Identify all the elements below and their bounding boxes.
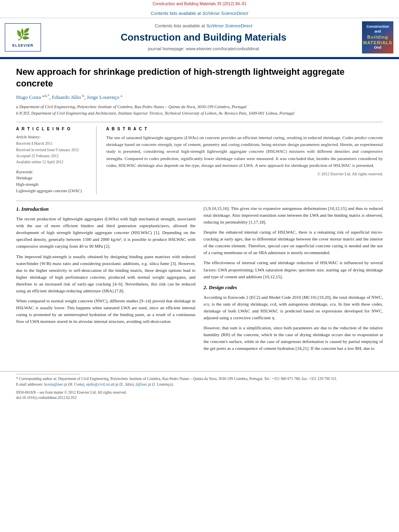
footnote-star: * Corresponding author at: Department of… xyxy=(16,376,383,382)
keywords-label: Keywords: xyxy=(16,169,90,175)
email2-name: (E. Júlio), xyxy=(119,382,135,386)
affiliation-a: a Department of Civil Engineering, Polyt… xyxy=(16,104,383,110)
section2-title: 2. Design codes xyxy=(204,283,383,292)
elsevier-tree-icon: 🌿 xyxy=(16,27,30,42)
article-info-title: A R T I C L E I N F O xyxy=(16,126,90,132)
email1[interactable]: hcosta@isec.pt xyxy=(44,382,68,386)
date-online: Available online 12 April 2012 xyxy=(16,159,90,165)
keywords-list: Shrinkage High-strength Lightweight aggr… xyxy=(16,175,90,194)
abstract-text: The use of saturated lightweight aggrega… xyxy=(106,134,383,168)
thumb-bot: Ond xyxy=(374,45,381,50)
sciverse-banner: Contents lists available at SciVerse Sci… xyxy=(0,8,399,18)
citation-top-bar: Construction and Building Materials 35 (… xyxy=(0,0,399,8)
elsevier-name: ELSEVIER xyxy=(12,43,34,48)
header-content: 🌿 ELSEVIER Contents lists available at S… xyxy=(0,18,399,57)
affiliation-b: b ICIST, Department of Civil Engineering… xyxy=(16,110,383,117)
body-col2-p5: However, that sum is a simplification, s… xyxy=(204,325,383,352)
thumb-mid: Building xyxy=(367,34,388,40)
journal-thumbnail: Construction and Building MATERIALS Ond xyxy=(362,21,394,53)
author-eduardo: Eduardo Júlio xyxy=(52,94,81,101)
sciverse-text: Contents lists available at SciVerse Sci… xyxy=(151,11,248,16)
date-revised: Received in revised form 9 January 2012 xyxy=(16,147,90,153)
article-body: New approach for shrinkage prediction of… xyxy=(0,59,399,363)
date-accepted: Accepted 25 February 2012 xyxy=(16,153,90,159)
keyword-1: Shrinkage xyxy=(16,175,90,181)
affiliations: a Department of Civil Engineering, Polyt… xyxy=(16,104,383,117)
email-label: E-mail addresses: xyxy=(16,382,43,386)
abstract-title: A B S T R A C T xyxy=(106,126,383,132)
sciverse-link2[interactable]: SciVerse ScienceDirect xyxy=(206,23,253,28)
elsevier-logo: 🌿 ELSEVIER xyxy=(5,23,45,51)
journal-main-title: Construction and Building Materials xyxy=(49,31,358,44)
body-col1-p2: The improved high-strength is usually ob… xyxy=(16,253,195,294)
keyword-2: High-strength xyxy=(16,181,90,188)
journal-title-area: Contents lists available at SciVerse Sci… xyxy=(45,23,362,52)
journal-header: Contents lists available at SciVerse Sci… xyxy=(0,8,399,59)
author-hugo: Hugo Costa xyxy=(16,94,41,101)
thumb-top: Construction xyxy=(366,25,389,29)
abstract-col: A B S T R A C T The use of saturated lig… xyxy=(106,126,383,194)
article-info-row: A R T I C L E I N F O Article history: R… xyxy=(16,126,383,194)
keywords-section: Keywords: Shrinkage High-strength Lightw… xyxy=(16,169,90,194)
citation-text: Construction and Building Materials 35 (… xyxy=(152,2,246,6)
doi-text: doi:10.1016/j.conbuildmat.2012.02.052 xyxy=(16,395,383,401)
email3-name: (J. Lourenço). xyxy=(152,382,174,386)
date-received: Received 4 March 2011 xyxy=(16,141,90,147)
blue-divider xyxy=(0,57,399,58)
divider-top xyxy=(16,122,383,122)
history-label: Article history: xyxy=(16,134,90,140)
email2[interactable]: ejulio@civil.ist.utl.pt xyxy=(86,382,119,386)
article-dates: Received 4 March 2011 Received in revise… xyxy=(16,141,90,165)
body-col2-p3: The effectiveness of internal curing and… xyxy=(204,259,383,280)
copyright-line: © 2012 Elsevier Ltd. All rights reserved… xyxy=(106,171,383,177)
sciverse-link[interactable]: SciVerse ScienceDirect xyxy=(202,11,249,16)
body-col-right: [1,9,10,15,16]. This gives rise to expan… xyxy=(204,205,383,355)
page-footer: * Corresponding author at: Department of… xyxy=(0,371,399,401)
body-col2-p2: Despite the enhanced internal curing of … xyxy=(204,229,383,256)
body-col1-p3: When compared to normal weight concrete … xyxy=(16,298,195,325)
keyword-3: Lightweight aggregate concrete (LWAC) xyxy=(16,188,90,194)
sciverse-subtitle: Contents lists available at SciVerse Sci… xyxy=(49,23,358,29)
footnote-email: E-mail addresses: hcosta@isec.pt (H. Cos… xyxy=(16,382,383,387)
article-info-col: A R T I C L E I N F O Article history: R… xyxy=(16,126,97,194)
section1-title: 1. Introduction xyxy=(16,205,195,213)
article-title: New approach for shrinkage prediction of… xyxy=(16,66,383,89)
footnote-rule xyxy=(16,374,80,374)
email1-name: (H. Costa), xyxy=(68,382,85,386)
footer-issn: 0950-0618/$ – see front matter © 2012 El… xyxy=(16,390,383,401)
body-col2-p4: According to Eurocode 2 (EC2) and Model … xyxy=(204,294,383,321)
thumb-and: and xyxy=(374,29,381,34)
issn-text: 0950-0618/$ – see front matter © 2012 El… xyxy=(16,390,383,395)
journal-homepage: journal homepage: www.elsevier.com/locat… xyxy=(49,46,358,52)
divider-mid xyxy=(16,201,383,201)
body-columns: 1. Introduction The recent production of… xyxy=(16,205,383,355)
author-jorge: Jorge Lourenço xyxy=(87,94,119,101)
email3[interactable]: jl@isec.pt xyxy=(136,382,151,386)
body-col-left: 1. Introduction The recent production of… xyxy=(16,205,195,355)
body-col1-p1: The recent production of lightweight agg… xyxy=(16,216,195,250)
authors-line: Hugo Costa a,b,*, Eduardo Júlio b, Jorge… xyxy=(16,93,383,101)
body-col2-p1: [1,9,10,15,16]. This gives rise to expan… xyxy=(204,205,383,226)
thumb-mat: MATERIALS xyxy=(363,40,392,45)
